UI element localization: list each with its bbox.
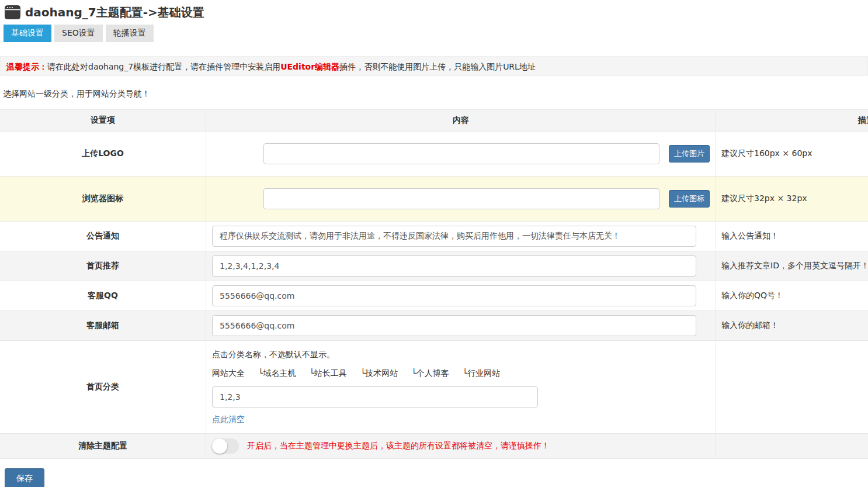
table-row-favicon: 浏览器图标 上传图标 建议尺寸32px × 32px [0, 177, 868, 222]
notice-highlight: UEditor编辑器 [280, 62, 339, 71]
category-hint: 点击分类名称，不选默认不显示。 [212, 350, 538, 360]
recommend-input[interactable] [212, 255, 696, 277]
favicon-url-input[interactable] [263, 188, 659, 209]
recommend-desc: 输入推荐文章ID，多个用英文逗号隔开！ [716, 251, 868, 281]
email-input[interactable] [212, 315, 696, 336]
qq-input[interactable] [212, 285, 696, 306]
notice-banner: 温馨提示：请在此处对daohang_7模板进行配置，请在插件管理中安装启用UEd… [0, 56, 868, 76]
tab-bar: 基础设置 SEO设置 轮播设置 [0, 25, 868, 42]
category-item-industry-sites[interactable]: └行业网站 [463, 368, 500, 379]
category-item-personal-blog[interactable]: └个人博客 [411, 368, 449, 379]
category-label: 首页分类 [86, 382, 119, 392]
category-desc [716, 341, 868, 433]
email-desc: 输入你的邮箱！ [716, 311, 868, 340]
clear-config-label: 清除主题配置 [78, 441, 127, 451]
category-item-tech-sites[interactable]: └技术网站 [360, 368, 398, 379]
table-row-category: 首页分类 点击分类名称，不选默认不显示。 网站大全 └域名主机 └站长工具 └技… [0, 341, 868, 434]
table-header-row: 设置项 内容 描述 [0, 109, 868, 132]
tab-seo-settings[interactable]: SEO设置 [54, 25, 103, 42]
table-row-logo: 上传LOGO 上传图片 建议尺寸160px × 60px [0, 132, 868, 177]
header-description: 描述 [716, 110, 868, 131]
clear-config-toggle[interactable] [212, 438, 239, 454]
upload-image-button[interactable]: 上传图片 [669, 145, 710, 163]
intro-text: 选择网站一级分类，用于网站分类导航！ [0, 89, 868, 99]
header-content: 内容 [206, 110, 716, 131]
page-title: daohang_7主题配置->基础设置 [25, 5, 204, 20]
tab-carousel-settings[interactable]: 轮播设置 [106, 25, 154, 42]
logo-desc: 建议尺寸160px × 60px [716, 132, 868, 176]
header-setting-item: 设置项 [0, 110, 206, 131]
clear-categories-link[interactable]: 点此清空 [212, 415, 247, 425]
clear-config-desc [716, 434, 868, 458]
logo-url-input[interactable] [263, 143, 659, 164]
page-header: daohang_7主题配置->基础设置 [0, 0, 868, 21]
notice-label: 公告通知 [86, 231, 119, 241]
window-icon [5, 5, 20, 19]
category-item-domain-host[interactable]: └域名主机 [258, 368, 296, 379]
category-ids-input[interactable] [212, 386, 538, 407]
qq-label: 客服QQ [88, 291, 118, 301]
category-item-all-sites[interactable]: 网站大全 [212, 368, 245, 379]
save-button[interactable]: 保存 [5, 468, 44, 487]
category-list: 网站大全 └域名主机 └站长工具 └技术网站 └个人博客 └行业网站 [212, 368, 538, 379]
recommend-label: 首页推荐 [86, 261, 119, 271]
notice-desc: 输入公告通知！ [716, 222, 868, 251]
settings-table: 设置项 内容 描述 上传LOGO 上传图片 建议尺寸160px × 60px 浏… [0, 109, 868, 459]
toggle-knob [212, 438, 227, 454]
category-item-webmaster-tools[interactable]: └站长工具 [309, 368, 346, 379]
tab-basic-settings[interactable]: 基础设置 [4, 25, 51, 42]
notice-text-after: 插件，否则不能使用图片上传，只能输入图片URL地址 [339, 62, 536, 71]
qq-desc: 输入你的QQ号！ [716, 281, 868, 310]
table-row-clear-config: 清除主题配置 开启后，当在主题管理中更换主题后，该主题的所有设置都将被清空，请谨… [0, 434, 868, 459]
clear-config-warning: 开启后，当在主题管理中更换主题后，该主题的所有设置都将被清空，请谨慎操作！ [247, 441, 550, 451]
notice-text-before: 请在此处对daohang_7模板进行配置，请在插件管理中安装启用 [47, 62, 280, 71]
table-row-notice: 公告通知 输入公告通知！ [0, 222, 868, 251]
favicon-desc: 建议尺寸32px × 32px [716, 177, 868, 221]
table-row-email: 客服邮箱 输入你的邮箱！ [0, 311, 868, 341]
email-label: 客服邮箱 [86, 320, 119, 331]
upload-icon-button[interactable]: 上传图标 [669, 190, 710, 208]
favicon-label: 浏览器图标 [82, 194, 123, 204]
notice-prefix: 温馨提示： [6, 62, 47, 71]
logo-label: 上传LOGO [82, 148, 124, 159]
notice-input[interactable] [212, 226, 696, 247]
table-row-qq: 客服QQ 输入你的QQ号！ [0, 281, 868, 311]
table-row-recommend: 首页推荐 输入推荐文章ID，多个用英文逗号隔开！ [0, 251, 868, 281]
